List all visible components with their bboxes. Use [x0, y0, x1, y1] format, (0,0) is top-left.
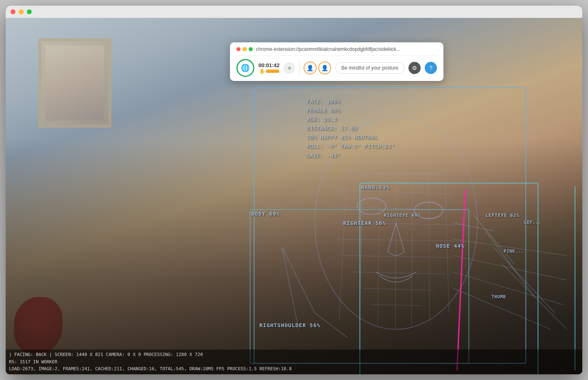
ext-traffic-lights: [236, 47, 253, 51]
status-line-2: RS: 1517 IN WORKER: [9, 358, 579, 366]
browser-window: BODY 69% HAND:53% RIGHTEAR 56% RIGHTEYE …: [6, 6, 582, 374]
pause-button[interactable]: ⏸: [284, 62, 295, 74]
ext-maximize[interactable]: [248, 47, 253, 51]
extension-toolbar: chrome-extension://pcanmmlIkialcnahemkcd…: [230, 42, 443, 81]
timer-bar: [266, 70, 279, 73]
timer-display: 00:01:42 ✋: [258, 62, 279, 74]
minimize-button[interactable]: [19, 9, 24, 14]
extension-controls: 🌐 00:01:42 ✋ ⏸ 👤 👤: [236, 59, 437, 77]
timer-hand-icon: ✋: [259, 68, 265, 74]
gear-icon: ⚙: [412, 65, 417, 71]
timer-circle: 🌐: [236, 59, 254, 77]
help-icon: ?: [429, 65, 433, 71]
ext-minimize[interactable]: [242, 47, 246, 51]
titlebar: [6, 6, 582, 18]
close-button[interactable]: [11, 9, 15, 14]
extension-url: chrome-extension://pcanmmlIkialcnahemkcd…: [256, 46, 437, 52]
wall-portrait: [38, 38, 111, 128]
person-icon-2[interactable]: 👤: [318, 61, 331, 74]
toolbar-divider-1: [299, 61, 300, 75]
traffic-lights: [11, 9, 32, 14]
timer-globe-icon: 🌐: [241, 63, 250, 72]
status-line-3: LOAD:2673, IMAGE:2, FRAMES:241, CACHED:2…: [9, 365, 579, 373]
timer-time: 00:01:42: [258, 62, 279, 68]
ext-close[interactable]: [236, 47, 240, 51]
maximize-button[interactable]: [27, 9, 32, 14]
person-icons: 👤 👤: [304, 61, 331, 74]
url-bar: chrome-extension://pcanmmlIkialcnahemkcd…: [236, 46, 437, 56]
posture-message-text: Be mindful of your posture: [342, 65, 399, 71]
timer-progress: ✋: [259, 68, 279, 74]
posture-message: Be mindful of your posture: [335, 62, 405, 74]
camera-feed: BODY 69% HAND:53% RIGHTEAR 56% RIGHTEYE …: [6, 18, 582, 374]
help-button[interactable]: ?: [425, 62, 437, 74]
status-bar: | FACING: BACK | SCREEN: 1440 X 821 CAME…: [6, 349, 582, 374]
status-line-1: | FACING: BACK | SCREEN: 1440 X 821 CAME…: [9, 351, 579, 358]
person-icon-1[interactable]: 👤: [304, 61, 317, 74]
settings-button[interactable]: ⚙: [409, 62, 421, 74]
person-body: [6, 140, 582, 374]
